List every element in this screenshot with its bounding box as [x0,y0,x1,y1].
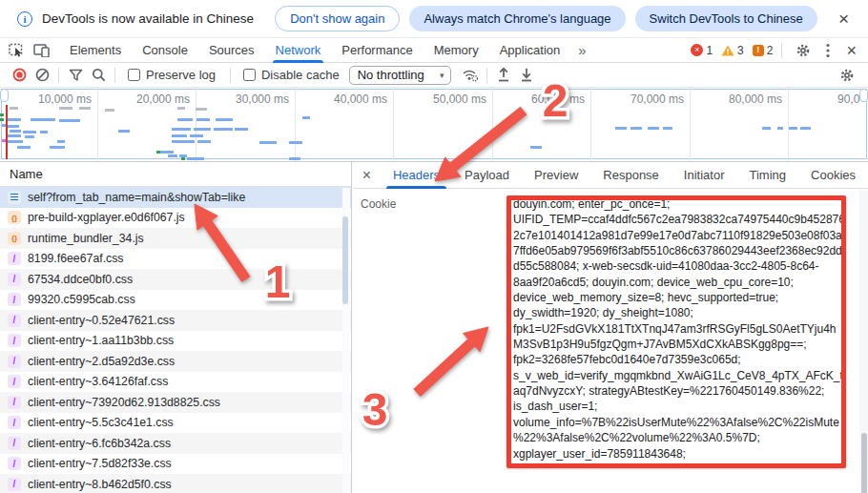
details-close-icon[interactable]: × [353,167,381,184]
tick-label: 80,000 ms [702,92,782,106]
details-tab-headers[interactable]: Headers [381,162,452,189]
device-toolbar-icon[interactable] [29,39,53,62]
request-row[interactable]: /client-entry~0.52e47621.css [0,310,351,331]
dont-show-again-button[interactable]: Don't show again [275,6,400,31]
request-name: client-entry~7.5d82f33e.css [28,457,172,470]
request-name: client-entry~1.aa11b3bb.css [28,334,174,347]
record-network-log-icon[interactable] [8,65,31,86]
stylesheet-icon: / [8,293,21,306]
request-row[interactable]: /67534.ddce0bf0.css [0,269,351,290]
waterfall-bar [187,157,204,160]
scrollbar-thumb[interactable] [861,433,867,493]
network-conditions-icon[interactable] [459,65,482,86]
clear-network-log-icon[interactable] [31,65,53,86]
throttling-value: No throttling [358,68,424,82]
tick-label: 50,000 ms [406,92,486,106]
request-name: client-entry~2.d5a92d3e.css [28,355,175,368]
warning-count: 3 [737,44,744,57]
tab-elements[interactable]: Elements [59,38,132,63]
waterfall-bar [8,125,19,128]
request-row[interactable]: /client-entry~73920d62.913d8825.css [0,392,351,413]
request-row[interactable]: /8199.f6ee67af.css [0,249,351,270]
search-icon[interactable] [87,65,110,86]
request-row[interactable]: /client-entry~2.d5a92d3e.css [0,351,351,372]
request-row[interactable]: /client-entry~5.5c3c41e1.css [0,413,351,434]
waterfall-bar [25,135,34,138]
scrollbar-thumb[interactable] [342,216,348,304]
request-name: pre-build-xgplayer.e0d6f067.js [28,211,185,224]
request-name: self?from_tab_name=main&showTab=like [28,191,245,204]
details-tab-initiator[interactable]: Initiator [672,162,737,189]
throttling-select[interactable]: No throttling ▾ [349,66,451,85]
request-row[interactable]: {}runtime_bundler_34.js [0,228,351,249]
devtools-close-icon[interactable]: × [842,40,860,61]
request-row[interactable]: /client-entry~3.64126faf.css [0,372,351,393]
request-row[interactable]: /99320.c5995cab.css [0,290,351,311]
waterfall-bar [302,116,310,119]
disable-cache-checkbox[interactable]: Disable cache [243,68,340,82]
request-name: client-entry~6.fc6b342a.css [28,437,171,450]
waterfall-bar [196,118,210,121]
issues-count: 2 [767,44,774,57]
waterfall-bar [10,130,21,133]
request-row[interactable]: self?from_tab_name=main&showTab=like [0,187,351,208]
filter-icon[interactable] [64,65,87,86]
request-row[interactable]: {}pre-build-xgplayer.e0d6f067.js [0,208,351,229]
inspect-element-icon[interactable] [4,39,29,62]
request-row[interactable]: /client-entry~7.5d82f33e.css [0,454,351,475]
waterfall-bar [177,107,185,110]
kebab-menu-icon[interactable] [819,39,837,62]
import-har-icon[interactable] [492,65,515,86]
waterfall-bar [214,128,233,131]
preserve-log-checkbox[interactable]: Preserve log [128,68,216,82]
tab-application[interactable]: Application [489,38,571,63]
network-settings-gear-icon[interactable] [836,65,858,86]
tab-performance[interactable]: Performance [331,38,423,63]
banner-message: DevTools is now available in Chinese [42,11,254,26]
request-name: client-entry~73920d62.913d8825.css [28,396,220,409]
details-tabs: HeadersPayloadPreviewResponseInitiatorTi… [381,162,868,189]
details-tab-timing[interactable]: Timing [737,162,799,189]
tab-console[interactable]: Console [132,38,198,63]
name-column-header[interactable]: Name [0,162,351,187]
tab-sources[interactable]: Sources [198,38,265,63]
banner-close-icon[interactable]: × [835,8,853,30]
more-tabs-icon[interactable]: » [570,42,593,58]
details-tab-cookies[interactable]: Cookies [798,162,868,189]
stylesheet-icon: / [8,416,21,429]
request-row[interactable]: /client-entry~1.aa11b3bb.css [0,331,351,352]
details-tab-response[interactable]: Response [590,162,672,189]
stylesheet-icon: / [8,457,21,470]
waterfall-bar [59,107,72,110]
gridline [590,88,591,161]
export-har-icon[interactable] [515,65,538,86]
details-tab-payload[interactable]: Payload [452,162,522,189]
match-chrome-language-button[interactable]: Always match Chrome's language [409,6,625,31]
warning-badge[interactable]: 3 [721,44,744,57]
overview-strip[interactable]: 10,000 ms20,000 ms30,000 ms40,000 ms50,0… [0,88,868,162]
settings-gear-icon[interactable] [791,39,816,62]
tab-network[interactable]: Network [265,38,332,63]
waterfall-bar [190,134,203,137]
waterfall-bar [762,127,771,130]
switch-devtools-chinese-button[interactable]: Switch DevTools to Chinese [635,6,817,31]
waterfall-bar [181,157,185,160]
request-row[interactable]: /client-entry~6.fc6b342a.css [0,433,351,454]
request-row[interactable]: /client-entry~8.b462d5f0.css [0,474,351,493]
stylesheet-icon: / [8,273,21,286]
request-details-panel: × HeadersPayloadPreviewResponseInitiator… [353,162,868,493]
overview-left-handle[interactable] [0,89,9,102]
error-badge[interactable]: × 1 [691,44,713,57]
request-name: client-entry~3.64126faf.css [28,375,168,388]
waterfall-bar [172,128,191,131]
request-name: runtime_bundler_34.js [28,232,144,245]
issues-badge[interactable]: ! 2 [753,44,774,57]
details-scrollbar[interactable] [859,190,868,493]
details-tab-preview[interactable]: Preview [522,162,590,189]
gridline [492,88,493,161]
request-list-scrollbar[interactable] [342,188,350,493]
gridline [690,88,691,161]
overview-right-handle[interactable] [859,89,868,102]
tab-memory[interactable]: Memory [424,38,489,63]
waterfall-bar [777,127,783,130]
